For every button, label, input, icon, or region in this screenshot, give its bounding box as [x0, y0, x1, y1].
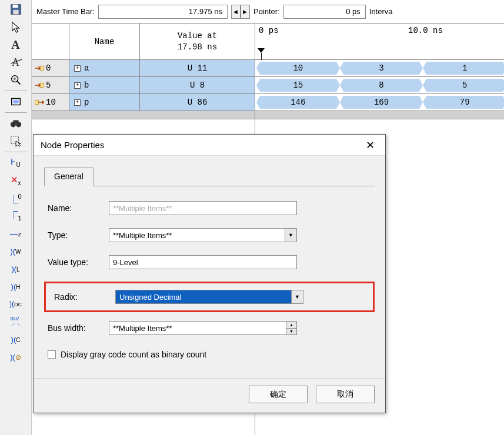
xh-icon[interactable]: )(H: [7, 278, 25, 295]
xc-icon[interactable]: )(C: [7, 331, 25, 347]
signal-row: 5 +b U 8: [32, 77, 255, 94]
name-column-header[interactable]: Name: [69, 24, 140, 59]
time-marker-icon: [258, 46, 265, 53]
waveform-row: 15 8 5: [255, 77, 504, 94]
cancel-button[interactable]: 取消: [316, 386, 375, 403]
type-combo[interactable]: **Multiple Items** ▼: [109, 228, 297, 242]
zero-icon[interactable]: ⎿0: [7, 190, 25, 206]
svg-rect-14: [41, 83, 44, 88]
time-bar: Master Time Bar: 17.975 ns ◀ ▶ Pointer: …: [32, 0, 504, 24]
signal-row: 10 +p U 86: [32, 94, 255, 111]
expand-icon[interactable]: +: [74, 99, 81, 106]
close-icon[interactable]: ✕: [362, 138, 378, 153]
inv-icon[interactable]: INV⟋⟍: [7, 313, 25, 330]
xw-icon[interactable]: )(W: [7, 243, 25, 259]
z-icon[interactable]: —z: [7, 225, 25, 242]
valuetype-field[interactable]: 9-Level: [109, 255, 297, 269]
node-properties-dialog: Node Properties ✕ General Name: **Multip…: [33, 134, 386, 413]
valuetype-label: Value type:: [44, 257, 109, 267]
graycode-checkbox[interactable]: [48, 350, 56, 359]
waveform-row: 146 169 79: [255, 94, 504, 111]
expand-icon[interactable]: +: [74, 65, 81, 72]
svg-rect-13: [41, 66, 44, 71]
save-icon[interactable]: [7, 1, 25, 18]
pointer-value[interactable]: 0 ps: [283, 5, 366, 19]
buswidth-label: Bus width:: [44, 323, 109, 333]
value-column-header[interactable]: Value at 17.98 ns: [140, 24, 255, 59]
xdc-icon[interactable]: )(DC: [7, 296, 25, 312]
tab-general[interactable]: General: [44, 168, 94, 186]
text-icon[interactable]: A: [7, 36, 25, 53]
svg-rect-1: [12, 5, 18, 8]
dialog-title: Node Properties: [41, 140, 104, 150]
cursor-icon[interactable]: [7, 19, 25, 35]
one-icon[interactable]: ⎾1: [7, 208, 25, 224]
fit-icon[interactable]: [7, 93, 25, 110]
signal-row: 0 +a U 11: [32, 60, 255, 77]
svg-rect-8: [13, 100, 18, 103]
radix-label: Radix:: [51, 292, 115, 302]
tool-palette: A A ⱵU ✕x ⎿0 ⎾1 —z )(W )(L )(H )(DC INV⟋…: [0, 0, 32, 435]
time-left-button[interactable]: ◀: [231, 5, 241, 19]
buswidth-spinner[interactable]: **Multiple Items** ▲▼: [109, 321, 297, 335]
master-time-label: Master Time Bar:: [36, 7, 95, 16]
name-field[interactable]: **Multiple Items**: [109, 201, 297, 215]
pointer-label: Pointer:: [253, 7, 280, 16]
xl-icon[interactable]: )(L: [7, 260, 25, 277]
radix-highlight: Radix: Unsigned Decimal ▼: [44, 282, 375, 312]
time-ruler[interactable]: 0 ps 10.0 ns: [255, 24, 504, 60]
graycode-label: Display gray code count as binary count: [61, 350, 206, 359]
svg-rect-2: [13, 10, 18, 14]
xu-icon[interactable]: ⱵU: [7, 155, 25, 171]
master-time-value[interactable]: 17.975 ns: [98, 5, 228, 19]
spin-up-icon[interactable]: ▲: [286, 322, 296, 329]
xg-icon[interactable]: )(⊘: [7, 349, 25, 365]
select-area-icon[interactable]: [7, 133, 25, 149]
svg-rect-15: [35, 100, 39, 105]
zoom-in-icon[interactable]: [7, 72, 25, 88]
spin-down-icon[interactable]: ▼: [286, 329, 296, 335]
radix-combo[interactable]: Unsigned Decimal ▼: [115, 290, 303, 304]
time-right-button[interactable]: ▶: [241, 5, 250, 19]
svg-line-4: [16, 81, 20, 85]
binoculars-icon[interactable]: [7, 115, 25, 132]
chevron-down-icon[interactable]: ▼: [285, 229, 296, 242]
text-crossed-icon[interactable]: A: [7, 54, 25, 71]
svg-rect-11: [13, 121, 18, 124]
interval-label: Interva: [369, 7, 393, 16]
xx-icon[interactable]: ✕x: [7, 172, 25, 189]
chevron-down-icon[interactable]: ▼: [291, 290, 303, 303]
type-label: Type:: [44, 230, 109, 240]
waveform-row: 10 3 1: [255, 60, 504, 77]
name-label: Name:: [44, 203, 109, 213]
ok-button[interactable]: 确定: [249, 386, 308, 403]
expand-icon[interactable]: +: [74, 82, 81, 89]
